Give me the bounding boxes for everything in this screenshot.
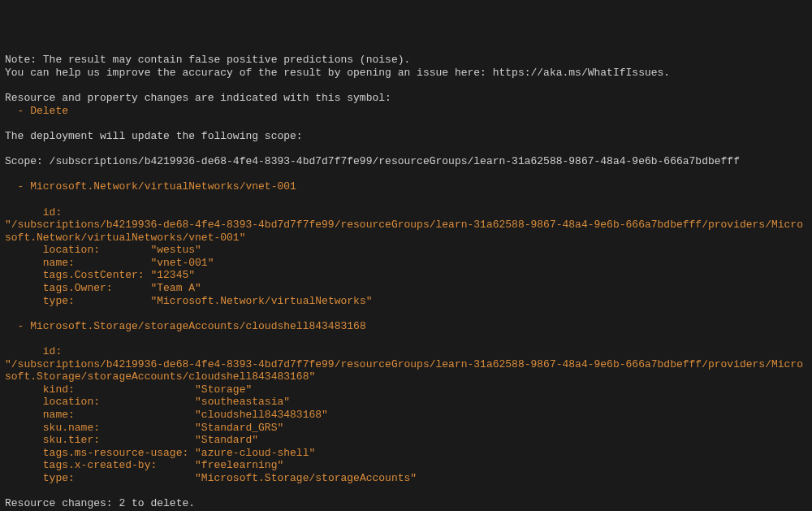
summary: Resource changes: 2 to delete. bbox=[5, 497, 807, 510]
owner-value: "Team A" bbox=[145, 282, 201, 294]
location-value: "southeastasia" bbox=[188, 396, 290, 408]
resource2-type: type: "Microsoft.Storage/storageAccounts… bbox=[5, 472, 807, 485]
type-label: type: bbox=[5, 295, 145, 307]
blank bbox=[5, 485, 807, 498]
resource2-header: - Microsoft.Storage/storageAccounts/clou… bbox=[5, 320, 807, 333]
blank bbox=[5, 117, 807, 130]
resource1-id-label: id: bbox=[5, 206, 807, 219]
blank bbox=[5, 332, 807, 345]
tagscreated-label: tags.x-created-by: bbox=[5, 459, 188, 471]
skuname-label: sku.name: bbox=[5, 422, 188, 434]
resource1-type: type: "Microsoft.Network/virtualNetworks… bbox=[5, 295, 807, 308]
resource2-id-label: id: bbox=[5, 345, 807, 358]
name-value: "cloudshell843483168" bbox=[188, 409, 328, 421]
skutier-label: sku.tier: bbox=[5, 434, 188, 446]
skutier-value: "Standard" bbox=[188, 434, 258, 446]
resource2-skutier: sku.tier: "Standard" bbox=[5, 434, 807, 447]
type-value: "Microsoft.Storage/storageAccounts" bbox=[188, 472, 417, 484]
skuname-value: "Standard_GRS" bbox=[188, 422, 283, 434]
delete-symbol: - Delete bbox=[5, 105, 807, 118]
blank bbox=[5, 80, 807, 93]
resource2-kind: kind: "Storage" bbox=[5, 383, 807, 396]
resource2-name: name: "cloudshell843483168" bbox=[5, 409, 807, 422]
name-label: name: bbox=[5, 257, 145, 269]
resource1-costcenter: tags.CostCenter: "12345" bbox=[5, 269, 807, 282]
resource2-id-value: "/subscriptions/b4219936-de68-4fe4-8393-… bbox=[5, 358, 807, 383]
name-label: name: bbox=[5, 409, 188, 421]
costcenter-value: "12345" bbox=[145, 269, 195, 281]
note-line-1: Note: The result may contain false posit… bbox=[5, 54, 807, 67]
scope-intro: The deployment will update the following… bbox=[5, 130, 807, 143]
kind-label: kind: bbox=[5, 383, 188, 396]
blank bbox=[5, 143, 807, 156]
resource2-tagscreated: tags.x-created-by: "freelearning" bbox=[5, 459, 807, 472]
changes-intro: Resource and property changes are indica… bbox=[5, 92, 807, 105]
resource1-location: location: "westus" bbox=[5, 244, 807, 257]
blank bbox=[5, 307, 807, 320]
resource1-id-value: "/subscriptions/b4219936-de68-4fe4-8393-… bbox=[5, 219, 807, 244]
owner-label: tags.Owner: bbox=[5, 282, 145, 294]
tagscreated-value: "freelearning" bbox=[188, 459, 283, 471]
type-label: type: bbox=[5, 472, 188, 484]
resource1-owner: tags.Owner: "Team A" bbox=[5, 282, 807, 295]
resource1-header: - Microsoft.Network/virtualNetworks/vnet… bbox=[5, 180, 807, 193]
note-line-2: You can help us improve the accuracy of … bbox=[5, 67, 807, 80]
blank bbox=[5, 193, 807, 206]
costcenter-label: tags.CostCenter: bbox=[5, 269, 145, 281]
kind-value: "Storage" bbox=[188, 383, 252, 396]
location-label: location: bbox=[5, 396, 188, 408]
tagsusage-value: "azure-cloud-shell" bbox=[188, 447, 315, 459]
tagsusage-label: tags.ms-resource-usage: bbox=[5, 447, 188, 459]
resource2-location: location: "southeastasia" bbox=[5, 396, 807, 409]
name-value: "vnet-001" bbox=[145, 257, 214, 269]
resource2-skuname: sku.name: "Standard_GRS" bbox=[5, 422, 807, 435]
location-value: "westus" bbox=[145, 244, 201, 256]
type-value: "Microsoft.Network/virtualNetworks" bbox=[145, 295, 373, 307]
resource2-tagsusage: tags.ms-resource-usage: "azure-cloud-she… bbox=[5, 447, 807, 460]
scope-line: Scope: /subscriptions/b4219936-de68-4fe4… bbox=[5, 155, 807, 168]
resource1-name: name: "vnet-001" bbox=[5, 257, 807, 270]
location-label: location: bbox=[5, 244, 145, 256]
blank bbox=[5, 168, 807, 181]
